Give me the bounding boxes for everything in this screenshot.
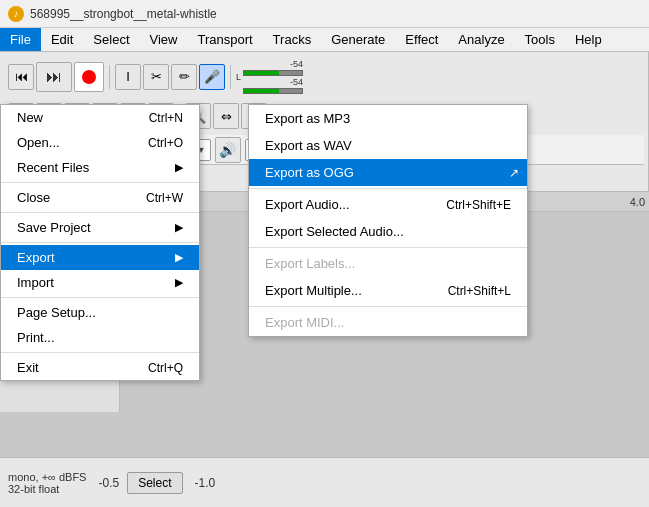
zoom-out[interactable]: ⇔ [213, 103, 239, 129]
record-btn[interactable] [74, 62, 104, 92]
skip-back-btn[interactable]: ⏮ [8, 64, 34, 90]
menu-generate[interactable]: Generate [321, 28, 395, 51]
menu-view[interactable]: View [140, 28, 188, 51]
window-title: 568995__strongbot__metal-whistle [30, 7, 217, 21]
status-bar: mono, +∞ dBFS 32-bit float -0.5 Select -… [0, 457, 649, 507]
status-line1: mono, +∞ dBFS [8, 471, 86, 483]
select-btn-label: Select [138, 476, 171, 490]
export-mp3[interactable]: Export as MP3 [249, 105, 527, 132]
export-submenu: Export as MP3 Export as WAV Export as OG… [248, 104, 528, 337]
draw-tool[interactable]: ✏ [171, 64, 197, 90]
menu-help[interactable]: Help [565, 28, 612, 51]
status-line2: 32-bit float [8, 483, 86, 495]
sep2 [1, 212, 199, 213]
menu-recent-files[interactable]: Recent Files ▶ [1, 155, 199, 180]
export-audio[interactable]: Export Audio... Ctrl+Shift+E [249, 191, 527, 218]
menu-exit[interactable]: Exit Ctrl+Q [1, 355, 199, 380]
export-arrow: ▶ [175, 251, 183, 264]
menu-import[interactable]: Import ▶ [1, 270, 199, 295]
menu-file[interactable]: File [0, 28, 41, 51]
db-value: -1.0 [195, 476, 216, 490]
file-dropdown: New Ctrl+N Open... Ctrl+O Recent Files ▶… [0, 104, 200, 381]
menu-print[interactable]: Print... [1, 325, 199, 350]
main-content: ⏮ ⏭ I ✂ ✏ 🎤 L -54 -54 [0, 52, 649, 507]
menu-close[interactable]: Close Ctrl+W [1, 185, 199, 210]
export-midi: Export MIDI... [249, 309, 527, 336]
select-button[interactable]: Select [127, 472, 182, 494]
play-skip-btn[interactable]: ⏭ [36, 62, 72, 92]
menu-tracks[interactable]: Tracks [263, 28, 322, 51]
export-wav[interactable]: Export as WAV [249, 132, 527, 159]
envelope-tool[interactable]: ✂ [143, 64, 169, 90]
speaker-icon[interactable]: 🔊 [215, 137, 241, 163]
export-labels: Export Labels... [249, 250, 527, 277]
menu-page-setup[interactable]: Page Setup... [1, 300, 199, 325]
record-dot [82, 70, 96, 84]
menu-edit[interactable]: Edit [41, 28, 83, 51]
sep3 [1, 242, 199, 243]
export-multiple[interactable]: Export Multiple... Ctrl+Shift+L [249, 277, 527, 304]
save-arrow: ▶ [175, 221, 183, 234]
transport-row: ⏮ ⏭ I ✂ ✏ 🎤 L -54 -54 [4, 56, 644, 97]
export-multiple-shortcut: Ctrl+Shift+L [448, 284, 511, 298]
export-selected-audio[interactable]: Export Selected Audio... [249, 218, 527, 245]
menu-save-project[interactable]: Save Project ▶ [1, 215, 199, 240]
sep1 [1, 182, 199, 183]
cursor-arrow: ↗ [509, 166, 519, 180]
timeline-marker: 4.0 [630, 196, 645, 208]
zoom-in-tool[interactable]: 🎤 [199, 64, 225, 90]
import-arrow: ▶ [175, 276, 183, 289]
sep4 [1, 297, 199, 298]
menu-open[interactable]: Open... Ctrl+O [1, 130, 199, 155]
sep5 [1, 352, 199, 353]
menu-tools[interactable]: Tools [515, 28, 565, 51]
menu-transport[interactable]: Transport [187, 28, 262, 51]
title-bar: ♪ 568995__strongbot__metal-whistle [0, 0, 649, 28]
submenu-sep3 [249, 306, 527, 307]
menu-new[interactable]: New Ctrl+N [1, 105, 199, 130]
submenu-sep2 [249, 247, 527, 248]
app-icon: ♪ [8, 6, 24, 22]
menu-effect[interactable]: Effect [395, 28, 448, 51]
export-ogg[interactable]: Export as OGG ↗ [249, 159, 527, 186]
selection-tool[interactable]: I [115, 64, 141, 90]
db-display: -0.5 [98, 476, 119, 490]
status-info: mono, +∞ dBFS 32-bit float [8, 471, 86, 495]
submenu-sep1 [249, 188, 527, 189]
menu-export[interactable]: Export ▶ [1, 245, 199, 270]
menu-bar: File Edit Select View Transport Tracks G… [0, 28, 649, 52]
zoom-label-L: L [236, 64, 241, 90]
status-value: -0.5 [98, 476, 119, 490]
export-audio-shortcut: Ctrl+Shift+E [446, 198, 511, 212]
menu-select[interactable]: Select [83, 28, 139, 51]
menu-analyze[interactable]: Analyze [448, 28, 514, 51]
recent-arrow: ▶ [175, 161, 183, 174]
